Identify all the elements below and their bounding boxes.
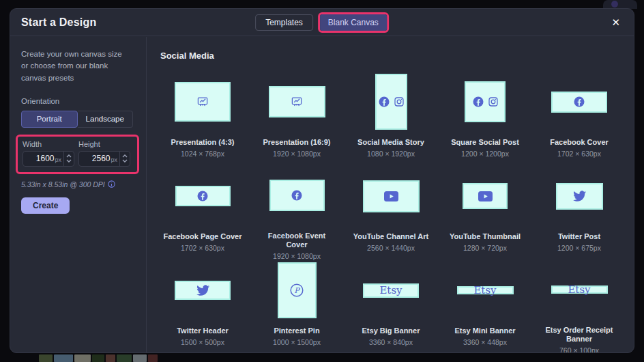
canvas-shape [551,92,607,113]
height-field: Height 2560 px [78,140,130,167]
width-input[interactable]: 1600 px [23,151,74,167]
preset-dimensions: 2560 × 1440px [367,244,415,252]
youtube-icon [384,191,398,201]
preset-dimensions: 1702 × 630px [557,150,601,158]
start-design-modal: Start a Design Templates Blank Canvas ✕ … [10,8,634,353]
create-button[interactable]: Create [21,197,70,214]
preset-title: Twitter Header [177,326,229,336]
info-icon[interactable] [108,180,115,188]
canvas-shape: Etsy [551,286,608,294]
background-thumb [133,354,147,362]
preset-dimensions: 1000 × 1500px [273,338,321,346]
instagram-icon [394,96,405,107]
facebook-icon [291,189,303,201]
stepper-down-icon[interactable] [66,159,72,163]
preset-dimensions: 1702 × 630px [181,244,224,252]
canvas-shape [175,186,231,206]
facebook-icon [472,96,484,108]
canvas-shape [556,183,603,210]
background-thumbnails [39,354,158,362]
preset-dimensions: 1280 × 720px [463,244,507,252]
preset-grid: Presentation (4:3)1024 × 768pxPresentati… [156,72,634,352]
preset-title: Square Social Post [451,138,519,148]
preset-pinterest-pin[interactable]: PPinterest Pin1000 × 1500px [250,260,344,352]
preset-thumbnail [463,166,508,226]
preset-etsy-order-receipt-banner[interactable]: EtsyEtsy Order Receipt Banner760 × 100px [532,260,626,352]
preset-presentation-16-9[interactable]: Presentation (16:9)1920 × 1080px [250,72,344,166]
canvas-shape [375,74,407,130]
preset-thumbnail [375,72,407,132]
preset-thumbnail [175,72,231,132]
canvas-shape: Etsy [363,283,419,298]
preset-facebook-event-cover[interactable]: Facebook Event Cover1920 × 1080px [250,166,344,260]
stepper-up-icon[interactable] [66,154,72,158]
preset-title: YouTube Channel Art [353,232,428,242]
canvas-shape [269,86,325,117]
preset-title: Presentation (16:9) [263,138,330,148]
stepper-down-icon[interactable] [122,159,128,163]
preset-etsy-mini-banner[interactable]: EtsyEtsy Mini Banner3360 × 448px [438,260,532,352]
height-label: Height [78,140,130,148]
presentation-icon [291,96,303,108]
orientation-toggle: Portrait Landscape [21,111,133,128]
canvas-shape [363,180,420,212]
preset-thumbnail [175,166,231,226]
preset-dimensions: 1920 × 1080px [273,252,321,260]
orientation-landscape-button[interactable]: Landscape [78,111,134,128]
preset-presentation-4-3[interactable]: Presentation (4:3)1024 × 768px [156,72,250,166]
preset-dimensions: 1200 × 1200px [461,150,509,158]
background-thumb [39,354,53,362]
preset-title: Facebook Cover [550,138,609,148]
twitter-icon [573,191,586,201]
preset-title: YouTube Thumbnail [450,232,521,242]
preset-twitter-post[interactable]: Twitter Post1200 × 675px [532,166,626,260]
stepper-up-icon[interactable] [122,154,128,158]
canvas-shape [269,180,325,211]
preset-square-social-post[interactable]: Square Social Post1200 × 1200px [438,72,532,166]
preset-dimensions: 3360 × 840px [369,338,413,346]
tab-templates[interactable]: Templates [255,14,313,31]
facebook-icon [196,190,209,202]
width-unit: px [55,156,61,163]
preset-twitter-header[interactable]: Twitter Header1500 × 500px [156,260,250,352]
preset-etsy-big-banner[interactable]: EtsyEtsy Big Banner3360 × 840px [344,260,438,352]
modal-tabs: Templates Blank Canvas [255,12,389,33]
preset-thumbnail: Etsy [457,260,514,320]
preset-title: Pinterest Pin [274,326,319,336]
blank-canvas-annotation-box: Blank Canvas [318,12,389,33]
svg-text:P: P [294,286,300,295]
presentation-icon [196,96,209,108]
preset-thumbnail: P [278,260,317,320]
width-stepper[interactable] [63,152,74,166]
facebook-icon [378,96,390,108]
modal-body: Create your own canvas size or choose fr… [10,37,634,352]
sidebar-description: Create your own canvas size or choose fr… [21,48,125,84]
tab-blank-canvas[interactable]: Blank Canvas [320,14,387,31]
dpi-note-text: 5.33in x 8.53in @ 300 DPI [21,180,105,189]
background-thumb [54,354,73,362]
youtube-icon [478,191,493,201]
height-input[interactable]: 2560 px [78,151,130,167]
preset-social-media-story[interactable]: Social Media Story1080 × 1920px [344,72,438,166]
preset-facebook-cover[interactable]: Facebook Cover1702 × 630px [532,72,626,166]
close-icon[interactable]: ✕ [609,16,623,29]
sidebar: Create your own canvas size or choose fr… [10,37,147,352]
background-thumb [74,354,91,362]
preset-youtube-channel-art[interactable]: YouTube Channel Art2560 × 1440px [344,166,438,260]
height-value[interactable]: 2560 [79,154,110,163]
preset-youtube-thumbnail[interactable]: YouTube Thumbnail1280 × 720px [438,166,532,260]
height-unit: px [111,156,117,163]
width-value[interactable]: 1600 [23,154,54,163]
section-title: Social Media [160,51,634,61]
preset-title: Twitter Post [558,232,600,242]
orientation-portrait-button[interactable]: Portrait [21,111,78,128]
height-stepper[interactable] [119,152,130,166]
canvas-shape [465,81,506,122]
width-field: Width 1600 px [23,140,74,167]
preset-facebook-page-cover[interactable]: Facebook Page Cover1702 × 630px [156,166,250,260]
preset-title: Facebook Event Cover [257,232,337,251]
preset-thumbnail [551,72,607,132]
preset-dimensions: 760 × 100px [559,346,599,352]
dpi-note: 5.33in x 8.53in @ 300 DPI [21,180,135,189]
preset-thumbnail [465,72,506,132]
